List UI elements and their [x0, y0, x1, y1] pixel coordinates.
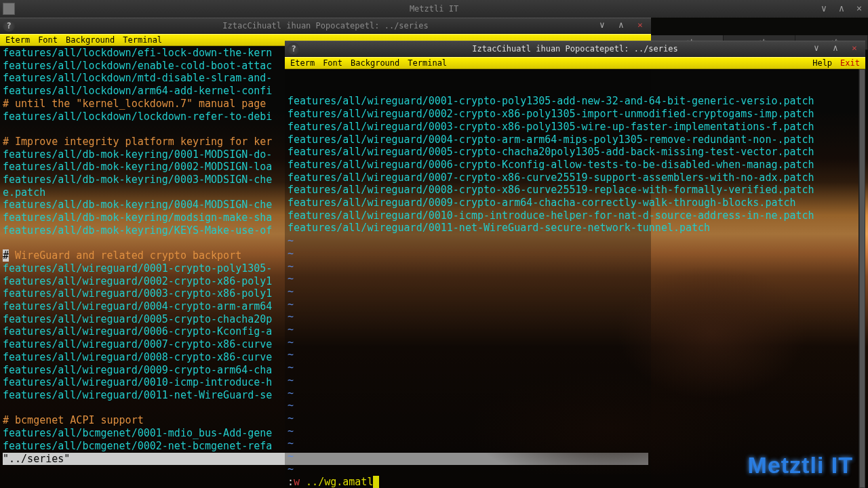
terminal-titlebar[interactable]: ? IztacCihuatl ihuan Popocatepetl: ../se…	[285, 41, 865, 57]
menu-terminal[interactable]: Terminal	[119, 35, 166, 45]
menu-background[interactable]: Background	[347, 58, 403, 68]
minimize-button[interactable]: ∨	[818, 4, 830, 14]
help-icon[interactable]: ?	[288, 43, 300, 55]
scrollbar[interactable]	[859, 69, 865, 488]
main-titlebar: Metztli IT ∨ ∧ ×	[0, 0, 868, 18]
close-button[interactable]: ×	[846, 44, 863, 54]
help-icon[interactable]: ?	[3, 20, 15, 32]
scrollbar-thumb[interactable]	[859, 69, 865, 488]
menu-eterm[interactable]: Eterm	[286, 58, 319, 68]
roll-down-button[interactable]: ∨	[808, 44, 825, 54]
terminal-titlebar[interactable]: ? IztacCihuatl ihuan Popocatepetl: ../se…	[0, 18, 651, 34]
system-menu-icon[interactable]	[3, 3, 15, 15]
menu-font[interactable]: Font	[34, 35, 62, 45]
terminal-content[interactable]: features/all/wireguard/0001-crypto-poly1…	[285, 69, 865, 488]
menu-exit[interactable]: Exit	[836, 58, 864, 68]
roll-up-button[interactable]: ∧	[613, 21, 629, 30]
menu-background[interactable]: Background	[62, 35, 119, 45]
eterm-menubar: Eterm Font Background Terminal Help Exit	[285, 57, 865, 69]
close-button[interactable]: ×	[853, 4, 865, 14]
terminal-title: IztacCihuatl ihuan Popocatepetl: ../seri…	[222, 21, 428, 30]
menu-terminal[interactable]: Terminal	[403, 58, 451, 68]
terminal-window-front: ? IztacCihuatl ihuan Popocatepetl: ../se…	[285, 41, 865, 488]
desktop-area: zsh zsh zsh ? IztacCihuatl ihuan Popocat…	[0, 18, 868, 488]
close-button[interactable]: ×	[632, 21, 648, 30]
roll-up-button[interactable]: ∧	[827, 44, 844, 54]
roll-down-button[interactable]: ∨	[594, 21, 610, 30]
menu-help[interactable]: Help	[808, 58, 836, 68]
main-window-buttons: ∨ ∧ ×	[818, 4, 865, 14]
terminal-title: IztacCihuatl ihuan Popocatepetl: ../seri…	[472, 44, 677, 54]
menu-eterm[interactable]: Eterm	[1, 35, 34, 45]
menu-font[interactable]: Font	[319, 58, 347, 68]
main-window-title: Metztli IT	[410, 4, 458, 14]
maximize-button[interactable]: ∧	[835, 4, 848, 14]
